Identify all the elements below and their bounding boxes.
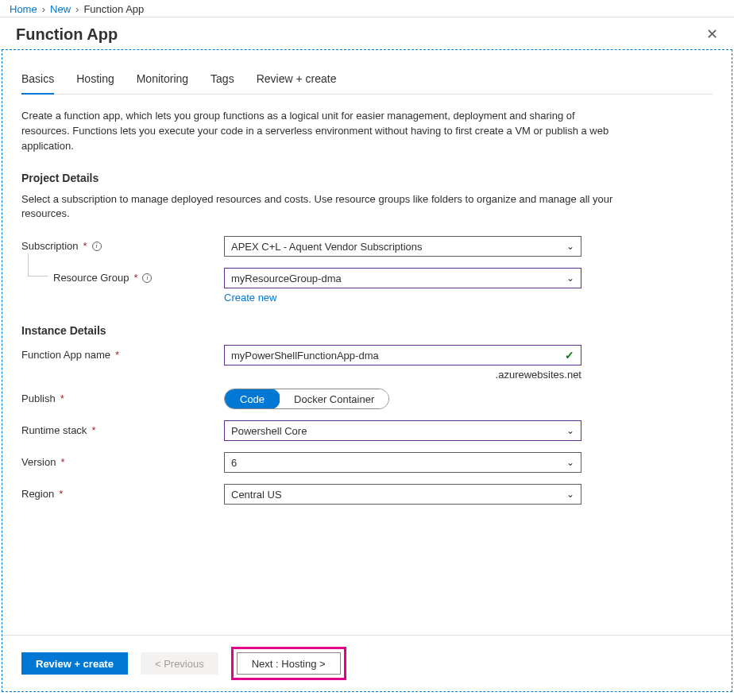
version-select[interactable]: 6 ⌄ [224, 452, 581, 473]
info-icon[interactable]: i [142, 273, 152, 283]
label-function-app-name: Function App name* [21, 345, 224, 361]
tab-tags[interactable]: Tags [211, 72, 234, 94]
subscription-select[interactable]: APEX C+L - Aquent Vendor Subscriptions ⌄ [224, 236, 581, 257]
checkmark-icon: ✓ [565, 349, 574, 362]
publish-code-option[interactable]: Code [224, 389, 280, 409]
chevron-down-icon: ⌄ [566, 425, 574, 436]
chevron-down-icon: ⌄ [566, 489, 574, 500]
tab-hosting[interactable]: Hosting [76, 72, 114, 94]
label-subscription: Subscription* i [21, 236, 224, 252]
chevron-right-icon: › [42, 3, 45, 15]
chevron-right-icon: › [75, 3, 79, 15]
next-hosting-button[interactable]: Next : Hosting > [237, 652, 341, 675]
publish-docker-option[interactable]: Docker Container [280, 389, 388, 408]
section-project-details: Project Details [21, 172, 713, 184]
breadcrumb-current: Function App [83, 3, 144, 15]
resource-group-select[interactable]: myResourceGroup-dma ⌄ [224, 268, 581, 288]
tab-review-create[interactable]: Review + create [257, 72, 337, 94]
close-icon[interactable]: ✕ [703, 24, 721, 44]
info-icon[interactable]: i [92, 242, 102, 251]
chevron-down-icon: ⌄ [566, 457, 574, 468]
tab-strip: Basics Hosting Monitoring Tags Review + … [21, 72, 713, 95]
intro-text: Create a function app, which lets you gr… [21, 109, 625, 154]
breadcrumb-new[interactable]: New [50, 3, 71, 15]
region-select[interactable]: Central US ⌄ [224, 484, 581, 505]
chevron-down-icon: ⌄ [566, 273, 574, 284]
label-region: Region* [21, 484, 224, 500]
breadcrumb-home[interactable]: Home [10, 3, 37, 15]
previous-button: < Previous [141, 652, 218, 675]
tab-basics[interactable]: Basics [21, 72, 54, 95]
runtime-stack-select[interactable]: Powershell Core ⌄ [224, 420, 581, 441]
section-instance-details: Instance Details [21, 324, 713, 337]
section-project-desc: Select a subscription to manage deployed… [21, 192, 625, 222]
breadcrumb: Home › New › Function App [0, 0, 734, 17]
tab-monitoring[interactable]: Monitoring [137, 72, 188, 94]
function-app-name-input[interactable]: myPowerShellFunctionApp-dma ✓ [224, 345, 581, 365]
domain-suffix: .azurewebsites.net [224, 369, 581, 381]
page-title: Function App [16, 25, 118, 44]
create-new-link[interactable]: Create new [224, 292, 276, 304]
label-version: Version* [21, 452, 224, 468]
label-runtime-stack: Runtime stack* [21, 420, 224, 436]
label-resource-group: Resource Group* i [21, 268, 224, 284]
label-publish: Publish* [21, 389, 224, 404]
next-button-highlight: Next : Hosting > [231, 647, 346, 680]
publish-toggle: Code Docker Container [224, 389, 389, 409]
wizard-footer: Review + create < Previous Next : Hostin… [2, 635, 732, 691]
review-create-button[interactable]: Review + create [21, 652, 128, 675]
chevron-down-icon: ⌄ [566, 241, 574, 252]
